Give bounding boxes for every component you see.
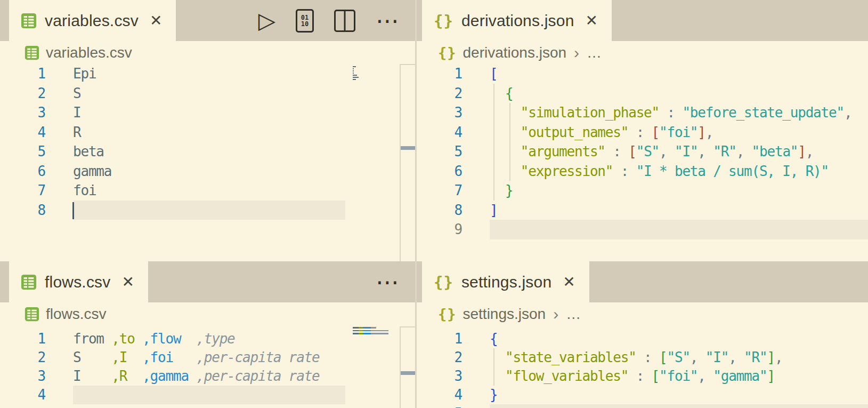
breadcrumb[interactable]: variables.csv: [0, 41, 415, 64]
line-number: 2: [417, 84, 462, 103]
line-number: 7: [0, 181, 45, 201]
line-number: 4: [0, 123, 45, 142]
line-number: 1: [0, 330, 45, 348]
code-line: 5 "arguments" : ["S", "I", "R", "beta"],: [417, 142, 868, 162]
close-icon[interactable]: ✕: [563, 275, 575, 290]
chevron-right-icon: ›: [553, 305, 558, 323]
breadcrumb[interactable]: {} derivations.json › …: [417, 41, 868, 64]
more-actions-icon[interactable]: ⋯: [376, 268, 400, 295]
line-number: 3: [0, 103, 45, 123]
code-line: 7 }: [417, 181, 868, 201]
breadcrumb[interactable]: {} settings.json › …: [417, 302, 868, 325]
vscode-window: variables.csv ✕ ▷ 0110 ⋯ variables.csv 1…: [0, 0, 868, 408]
minimap[interactable]: [353, 326, 399, 342]
breadcrumb-more[interactable]: …: [566, 306, 581, 323]
line-number: 1: [417, 330, 462, 348]
line-number: 2: [0, 84, 45, 103]
line-number: 3: [0, 367, 45, 386]
code-line: 6gamma: [0, 162, 415, 181]
more-actions-icon[interactable]: ⋯: [376, 7, 400, 34]
code-line: 9: [417, 220, 868, 239]
tab-variables-csv[interactable]: variables.csv ✕: [9, 0, 176, 41]
code-line: 4}: [417, 386, 868, 404]
code-line: 2S ,I ,foi ,per-capita rate: [0, 348, 415, 367]
code-editor-settings[interactable]: 1{2 "state_variables" : ["S", "I", "R"],…: [417, 330, 868, 408]
code-line: 3 "simulation_phase" : "before_state_upd…: [417, 103, 868, 123]
code-line: 3I ,R ,gamma ,per-capita rate: [0, 367, 415, 386]
code-line: 2 {: [417, 84, 868, 103]
line-number: 8: [417, 201, 462, 220]
line-number: 3: [417, 367, 462, 386]
editor-group-divider[interactable]: [415, 0, 417, 408]
code-line: 8: [0, 201, 415, 220]
code-line: 3I: [0, 103, 415, 123]
json-file-icon: {}: [438, 44, 457, 61]
editor-pane-settings: {} settings.json ✕ {} settings.json › … …: [417, 261, 868, 408]
line-number: 4: [417, 123, 462, 142]
line-number: 5: [0, 142, 45, 162]
scroll-position-mark: [401, 371, 415, 375]
tab-bar: flows.csv ✕ ⋯: [0, 261, 415, 302]
tab-bar: variables.csv ✕ ▷ 0110 ⋯: [0, 0, 415, 41]
binary-preview-icon[interactable]: 0110: [296, 9, 314, 33]
tab-bar: {} settings.json ✕: [417, 261, 868, 302]
breadcrumb-file: derivations.json: [463, 44, 567, 61]
code-line: 6 "expression" : "I * beta / sum(S, I, R…: [417, 162, 868, 181]
overview-ruler-scrollbar[interactable]: [400, 326, 415, 408]
minimap[interactable]: [353, 66, 399, 98]
json-file-icon: {}: [438, 306, 457, 322]
code-line: 1[: [417, 64, 868, 84]
code-editor-derivations[interactable]: 1[2 {3 "simulation_phase" : "before_stat…: [417, 64, 868, 261]
line-number: 5: [417, 404, 462, 408]
current-line-highlight: [490, 220, 868, 239]
line-number: 4: [417, 386, 462, 404]
code-line: 5: [417, 404, 868, 408]
line-number: 6: [0, 162, 45, 181]
breadcrumb-more[interactable]: …: [587, 44, 602, 61]
current-line-highlight: [73, 386, 345, 404]
tab-flows-csv[interactable]: flows.csv ✕: [9, 261, 148, 302]
tab-settings-json[interactable]: {} settings.json ✕: [422, 261, 589, 302]
close-icon[interactable]: ✕: [122, 275, 134, 290]
code-line: 3 "flow_variables" : ["foi", "gamma"]: [417, 367, 868, 386]
csv-file-icon: [21, 13, 37, 29]
line-number: 8: [0, 201, 45, 220]
current-line-highlight: [73, 201, 345, 220]
tab-derivations-json[interactable]: {} derivations.json ✕: [422, 0, 612, 41]
code-line: 1{: [417, 330, 868, 348]
editor-pane-derivations: {} derivations.json ✕ {} derivations.jso…: [417, 0, 868, 261]
line-number: 2: [0, 348, 45, 367]
json-file-icon: {}: [434, 12, 453, 30]
code-line: 4 "output_names" : ["foi"],: [417, 123, 868, 142]
csv-file-icon: [25, 45, 39, 60]
tab-label: flows.csv: [45, 273, 111, 291]
editor-toolbar: ▷ 0110 ⋯: [258, 0, 400, 41]
code-line: 2 "state_variables" : ["S", "I", "R"],: [417, 348, 868, 367]
code-line: 4R: [0, 123, 415, 142]
editor-pane-variables: variables.csv ✕ ▷ 0110 ⋯ variables.csv 1…: [0, 0, 415, 261]
scroll-position-mark: [401, 146, 415, 150]
overview-ruler-scrollbar[interactable]: [400, 64, 415, 261]
code-line: 4: [0, 386, 415, 404]
line-number: 1: [417, 64, 462, 84]
line-number: 4: [0, 386, 45, 404]
json-file-icon: {}: [434, 273, 453, 291]
tab-label: settings.json: [461, 273, 551, 291]
tab-label: derivations.json: [461, 12, 574, 30]
close-icon[interactable]: ✕: [586, 13, 598, 28]
code-line: 5beta: [0, 142, 415, 162]
csv-file-icon: [25, 307, 39, 322]
line-number: 6: [417, 162, 462, 181]
split-editor-icon[interactable]: [334, 10, 355, 32]
breadcrumb[interactable]: flows.csv: [0, 302, 415, 325]
editor-pane-flows: flows.csv ✕ ⋯ flows.csv 1from ,to ,flow …: [0, 261, 415, 408]
breadcrumb-file: variables.csv: [46, 44, 132, 61]
current-line-highlight: [490, 404, 868, 408]
run-icon[interactable]: ▷: [258, 7, 275, 34]
close-icon[interactable]: ✕: [150, 13, 162, 28]
breadcrumb-file: flows.csv: [46, 306, 107, 323]
editor-toolbar: ⋯: [376, 261, 400, 302]
chevron-right-icon: ›: [574, 44, 579, 62]
line-number: 2: [417, 348, 462, 367]
code-line: 7foi: [0, 181, 415, 201]
